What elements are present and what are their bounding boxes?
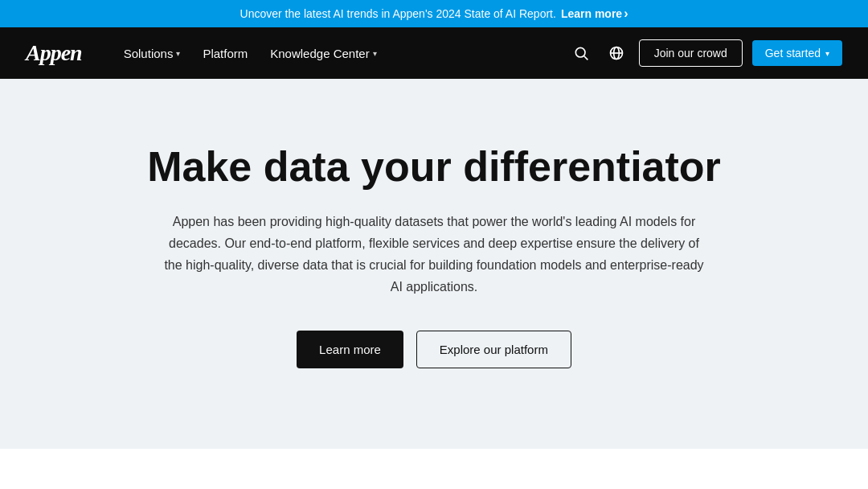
search-icon: [573, 45, 589, 61]
nav-knowledge-center[interactable]: Knowledge Center ▾: [260, 40, 386, 67]
learn-more-button[interactable]: Learn more: [297, 331, 403, 368]
nav-actions: Join our crowd Get started ▾: [568, 39, 842, 67]
globe-icon: [608, 45, 624, 61]
nav-links: Solutions ▾ Platform Knowledge Center ▾: [114, 40, 568, 67]
nav-solutions-label: Solutions: [124, 47, 174, 60]
join-crowd-button[interactable]: Join our crowd: [639, 39, 743, 67]
hero-section: Make data your differentiator Appen has …: [0, 79, 868, 449]
logo[interactable]: Appen: [26, 40, 82, 66]
svg-line-1: [583, 56, 588, 60]
search-button[interactable]: [568, 42, 594, 64]
svg-point-0: [575, 47, 585, 57]
get-started-chevron: ▾: [825, 49, 829, 58]
navbar: Appen Solutions ▾ Platform Knowledge Cen…: [0, 27, 868, 79]
announcement-link[interactable]: Learn more: [561, 6, 628, 21]
announcement-bar: Uncover the latest AI trends in Appen's …: [0, 0, 868, 27]
nav-platform[interactable]: Platform: [193, 40, 257, 67]
get-started-button[interactable]: Get started ▾: [752, 40, 842, 66]
nav-knowledge-center-label: Knowledge Center: [270, 47, 369, 60]
hero-heading: Make data your differentiator: [16, 143, 852, 191]
get-started-label: Get started: [765, 47, 821, 60]
nav-solutions-chevron: ▾: [176, 49, 180, 58]
nav-platform-label: Platform: [203, 47, 248, 60]
hero-body: Appen has been providing high-quality da…: [161, 211, 707, 298]
globe-button[interactable]: [604, 42, 629, 64]
nav-solutions[interactable]: Solutions ▾: [114, 40, 190, 67]
nav-knowledge-center-chevron: ▾: [373, 49, 377, 58]
logo-text: Appen: [26, 40, 82, 66]
announcement-text: Uncover the latest AI trends in Appen's …: [240, 7, 556, 20]
hero-buttons: Learn more Explore our platform: [16, 331, 852, 368]
explore-platform-button[interactable]: Explore our platform: [416, 331, 571, 368]
bottom-section: Appen improves model performance through…: [0, 449, 868, 489]
